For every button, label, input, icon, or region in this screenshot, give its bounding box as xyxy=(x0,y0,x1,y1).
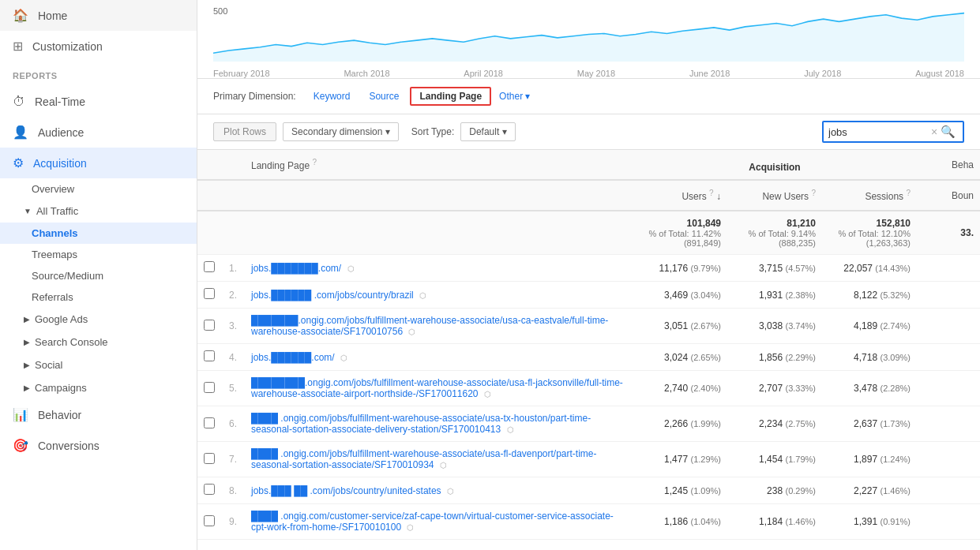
external-link-icon[interactable]: ⬡ xyxy=(484,390,491,398)
dim-source-btn[interactable]: Source xyxy=(361,88,407,104)
secondary-dimension-dropdown[interactable]: Secondary dimension ▾ xyxy=(283,122,399,141)
sidebar-item-overview[interactable]: Overview xyxy=(0,178,197,200)
search-go-icon[interactable]: 🔍 xyxy=(941,125,956,139)
dim-landing-page-btn[interactable]: Landing Page xyxy=(410,87,491,106)
users-help-icon[interactable]: ? xyxy=(709,189,714,197)
landing-page-link[interactable]: ████ .ongig.com/jobs/fulfillment-warehou… xyxy=(251,448,597,470)
sidebar-item-behavior[interactable]: 📊 Behavior xyxy=(0,399,197,430)
landing-help-icon[interactable]: ? xyxy=(312,158,317,166)
sort-default-dropdown[interactable]: Default ▾ xyxy=(460,122,515,141)
realtime-icon: ⏱ xyxy=(13,95,25,109)
external-link-icon[interactable]: ⬡ xyxy=(419,291,426,300)
sidebar-item-home[interactable]: 🏠 Home xyxy=(0,0,197,31)
row-checkbox[interactable] xyxy=(197,255,223,282)
table-row: 5. ████████.ongig.com/jobs/fulfillment-w… xyxy=(197,371,980,406)
landing-page-link[interactable]: ████ .ongig.com/customer-service/zaf-cap… xyxy=(251,511,614,533)
new-users-header[interactable]: New Users ? xyxy=(727,180,822,211)
home-icon: 🏠 xyxy=(13,8,28,23)
row-number: 8. xyxy=(223,477,245,504)
users-sort-icon: ↓ xyxy=(716,191,721,202)
row-number: 9. xyxy=(223,504,245,540)
landing-page-link[interactable]: jobs.███ ██ .com/jobs/country/united-sta… xyxy=(251,485,441,496)
sidebar-item-campaigns[interactable]: ▶Campaigns xyxy=(0,376,197,399)
sidebar-item-source-medium[interactable]: Source/Medium xyxy=(0,265,197,286)
external-link-icon[interactable]: ⬡ xyxy=(407,523,414,532)
row-checkbox[interactable] xyxy=(197,309,223,344)
row-checkbox[interactable] xyxy=(197,504,223,540)
new-users-cell: 1,184 (1.46%) xyxy=(727,504,822,540)
sessions-help-icon[interactable]: ? xyxy=(906,189,911,197)
row-number: 4. xyxy=(223,344,245,371)
landing-page-link[interactable]: ███████.ongig.com/jobs/fulfillment-wareh… xyxy=(251,315,608,337)
sidebar-item-audience[interactable]: 👤 Audience xyxy=(0,117,197,148)
sidebar-item-channels[interactable]: Channels xyxy=(0,223,197,244)
bounce-cell xyxy=(917,477,980,504)
landing-page-cell: ███████.ongig.com/jobs/fulfillment-wareh… xyxy=(245,309,633,344)
new-users-cell: 3,715 (4.57%) xyxy=(727,255,822,282)
table-row: 2. jobs.██████ .com/jobs/country/brazil … xyxy=(197,282,980,309)
row-checkbox[interactable] xyxy=(197,406,223,442)
search-input[interactable] xyxy=(828,126,931,138)
sidebar-item-acquisition[interactable]: ⚙ Acquisition xyxy=(0,148,197,178)
search-clear-icon[interactable]: × xyxy=(931,125,937,138)
row-checkbox[interactable] xyxy=(197,442,223,477)
sessions-cell: 4,718 (3.09%) xyxy=(822,344,917,371)
sidebar-item-social[interactable]: ▶Social xyxy=(0,354,197,376)
landing-page-link[interactable]: ████ .ongig.com/jobs/fulfillment-warehou… xyxy=(251,413,591,435)
toolbar-row: Plot Rows Secondary dimension ▾ Sort Typ… xyxy=(197,114,980,150)
sidebar-item-label: Customization xyxy=(32,40,103,53)
table-row: 8. jobs.███ ██ .com/jobs/country/united-… xyxy=(197,477,980,504)
landing-page-cell: jobs.██████ .com/jobs/country/brazil ⬡ xyxy=(245,282,633,309)
sidebar-item-label: Audience xyxy=(38,126,84,139)
external-link-icon[interactable]: ⬡ xyxy=(507,425,514,434)
sidebar-item-treemaps[interactable]: Treemaps xyxy=(0,244,197,265)
landing-page-link[interactable]: jobs.███████.com/ xyxy=(251,263,341,274)
landing-page-link[interactable]: ████████.ongig.com/jobs/fulfillment-ware… xyxy=(251,377,623,399)
row-number: 7. xyxy=(223,442,245,477)
sidebar-item-all-traffic[interactable]: ▼All Traffic xyxy=(0,200,197,223)
landing-page-link[interactable]: jobs.██████.com/ xyxy=(251,352,335,363)
audience-icon: 👤 xyxy=(13,125,28,140)
landing-page-link[interactable]: jobs.██████ .com/jobs/country/brazil xyxy=(251,290,414,301)
new-users-cell: 3,038 (3.74%) xyxy=(727,309,822,344)
users-header[interactable]: Users ? ↓ xyxy=(633,180,727,211)
sidebar-item-search-console[interactable]: ▶Search Console xyxy=(0,331,197,354)
plot-rows-button[interactable]: Plot Rows xyxy=(213,122,276,141)
external-link-icon[interactable]: ⬡ xyxy=(347,264,355,273)
sidebar-item-real-time[interactable]: ⏱ Real-Time xyxy=(0,87,197,117)
expand-arrow-icon: ▼ xyxy=(24,207,32,215)
landing-page-header: Landing Page ? xyxy=(245,150,633,180)
sidebar-item-customization[interactable]: ⊞ Customization xyxy=(0,31,197,62)
users-cell: 1,477 (1.29%) xyxy=(633,442,727,477)
data-table: Landing Page ? Acquisition Beha Use xyxy=(197,150,980,540)
sessions-cell: 4,189 (2.74%) xyxy=(822,309,917,344)
traffic-chart xyxy=(213,6,964,62)
row-checkbox[interactable] xyxy=(197,282,223,309)
external-link-icon[interactable]: ⬡ xyxy=(340,354,347,362)
landing-page-cell: ████████.ongig.com/jobs/fulfillment-ware… xyxy=(245,371,633,406)
dim-other-btn[interactable]: Other ▾ xyxy=(494,88,535,104)
users-cell: 2,266 (1.99%) xyxy=(633,406,727,442)
sessions-header[interactable]: Sessions ? xyxy=(822,180,917,211)
external-link-icon[interactable]: ⬡ xyxy=(447,487,454,496)
dim-keyword-btn[interactable]: Keyword xyxy=(306,88,359,104)
search-box[interactable]: × 🔍 xyxy=(822,121,964,143)
bounce-cell xyxy=(917,255,980,282)
sidebar-item-referrals[interactable]: Referrals xyxy=(0,286,197,308)
collapse-arrow-icon: ▶ xyxy=(24,384,30,392)
table-row: 9. ████ .ongig.com/customer-service/zaf-… xyxy=(197,504,980,540)
new-users-help-icon[interactable]: ? xyxy=(811,189,816,197)
external-link-icon[interactable]: ⬡ xyxy=(408,327,415,336)
new-users-cell: 1,454 (1.79%) xyxy=(727,442,822,477)
users-cell: 1,245 (1.09%) xyxy=(633,477,727,504)
bounce-cell xyxy=(917,344,980,371)
sidebar-item-google-ads[interactable]: ▶Google Ads xyxy=(0,308,197,331)
row-checkbox[interactable] xyxy=(197,371,223,406)
row-checkbox[interactable] xyxy=(197,477,223,504)
external-link-icon[interactable]: ⬡ xyxy=(440,461,447,470)
row-number: 3. xyxy=(223,309,245,344)
total-sessions: 152,810 % of Total: 12.10% (1,263,363) xyxy=(822,211,917,255)
bounce-cell xyxy=(917,282,980,309)
row-checkbox[interactable] xyxy=(197,344,223,371)
sidebar-item-conversions[interactable]: 🎯 Conversions xyxy=(0,430,197,461)
